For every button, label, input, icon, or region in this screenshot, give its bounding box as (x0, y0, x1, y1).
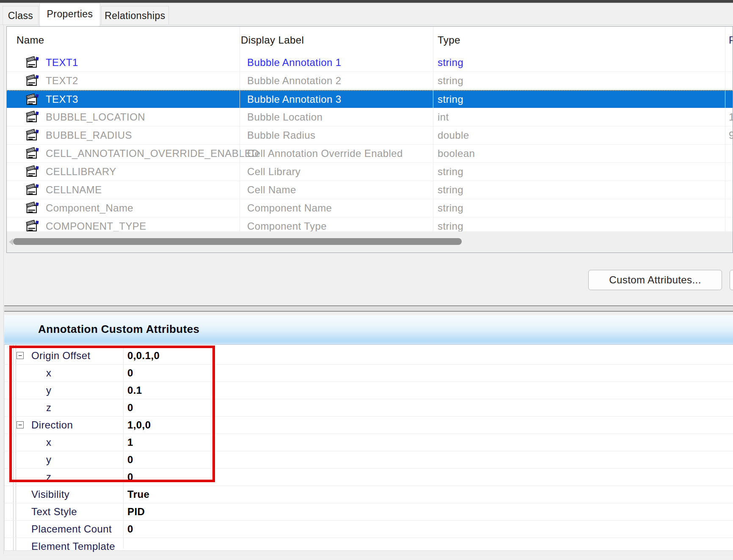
property-value: 0 (127, 399, 133, 416)
property-row[interactable]: y0.1 (5, 382, 733, 399)
property-label: Placement Count (31, 521, 112, 537)
column-divider (240, 27, 240, 231)
cell-display-label: Cell Annotation Override Enabled (247, 145, 403, 162)
property-row[interactable]: y0 (5, 451, 733, 469)
property-grid: Origin Offset0,0.1,0x0y0.1z0Direction1,0… (4, 345, 733, 551)
cell-display-label: Bubble Location (247, 108, 322, 126)
table-row[interactable]: TEXT2Bubble Annotation 2string (7, 72, 733, 90)
cell-type: string (438, 181, 463, 199)
splitter-bar[interactable] (4, 305, 733, 312)
property-value: 0,0.1,0 (127, 347, 160, 364)
property-label: Origin Offset (31, 347, 90, 364)
property-label: y (46, 451, 51, 468)
column-header-partial[interactable]: P (729, 27, 733, 54)
table-row[interactable]: BUBBLE_RADIUSBubble Radiusdouble9 (7, 126, 733, 145)
property-row[interactable]: Origin Offset0,0.1,0 (5, 347, 733, 365)
property-icon (26, 202, 40, 214)
scrollbar-left-arrow-icon[interactable] (9, 239, 13, 245)
table-row[interactable]: TEXT1Bubble Annotation 1string (7, 54, 733, 72)
property-label: Direction (31, 417, 73, 433)
property-value: PID (127, 503, 145, 520)
table-row[interactable]: CELLLIBRARYCell Librarystring (7, 163, 733, 181)
cell-name: CELLLIBRARY (46, 163, 116, 181)
cell-type: int (438, 108, 449, 126)
property-row[interactable]: z0 (5, 399, 733, 417)
property-label: Element Template (31, 538, 115, 555)
property-row[interactable]: VisibilityTrue (5, 486, 733, 503)
table-row[interactable]: Component_NameComponent Namestring (7, 199, 733, 217)
property-value: 1,0,0 (127, 417, 151, 433)
collapse-toggle-icon[interactable] (17, 421, 24, 428)
property-row[interactable]: Text StylePID (5, 503, 733, 521)
property-row[interactable]: z0 (5, 469, 733, 486)
partial-button[interactable] (730, 270, 733, 290)
tab-relationships[interactable]: Relationships (101, 6, 169, 25)
cell-display-label: Bubble Annotation 1 (247, 54, 341, 71)
property-row[interactable]: x1 (5, 434, 733, 451)
property-icon (26, 129, 40, 141)
property-label: Visibility (31, 486, 69, 502)
cell-display-label: Bubble Annotation 2 (247, 72, 341, 90)
property-value: 0 (127, 365, 133, 381)
property-label: y (46, 382, 51, 398)
property-label: Text Style (31, 503, 77, 520)
collapse-toggle-icon[interactable] (17, 352, 24, 359)
cell-display-label: Bubble Radius (247, 126, 315, 144)
property-row[interactable]: Placement Count0 (5, 521, 733, 538)
cell-display-label: Cell Library (247, 163, 300, 181)
property-value: 0 (127, 451, 133, 468)
cell-type: string (438, 163, 463, 181)
property-row[interactable]: Element Template (5, 538, 733, 555)
property-icon (26, 74, 40, 87)
property-icon (26, 56, 40, 69)
cell-type: double (438, 126, 469, 144)
column-divider (433, 27, 433, 231)
property-label: z (46, 469, 51, 485)
column-header-type[interactable]: Type (438, 27, 460, 54)
cell-name: Component_Name (46, 199, 133, 217)
table-footer-strip (7, 231, 733, 253)
table-row[interactable]: BUBBLE_LOCATIONBubble Locationint1 (7, 108, 733, 126)
cell-type: string (438, 91, 463, 108)
horizontal-scrollbar-thumb[interactable] (13, 238, 462, 245)
cell-type: string (438, 199, 463, 217)
property-label: x (46, 365, 51, 381)
tab-bar: Class Properties Relationships (0, 3, 733, 25)
properties-table: Name Display Label Type P TEXT1Bubble An… (6, 26, 733, 253)
property-row[interactable]: Direction1,0,0 (5, 417, 733, 434)
cell-type: boolean (438, 145, 475, 162)
cell-partial-value: 9 (729, 126, 733, 144)
column-divider (725, 27, 725, 231)
tab-properties[interactable]: Properties (39, 3, 100, 26)
properties-panel: Class Properties Relationships Name Disp… (0, 0, 733, 560)
cell-name: TEXT3 (46, 91, 78, 108)
property-value: 0 (127, 469, 133, 485)
cell-display-label: Component Name (247, 199, 332, 217)
property-icon (26, 220, 40, 232)
cell-name: TEXT2 (46, 72, 78, 90)
tab-class[interactable]: Class (3, 6, 39, 25)
table-header: Name Display Label Type P (7, 27, 733, 54)
cell-display-label: Bubble Annotation 3 (247, 91, 341, 108)
section-header: Annotation Custom Attributes (4, 315, 733, 345)
custom-attributes-button[interactable]: Custom Attributes... (588, 270, 722, 290)
section-title: Annotation Custom Attributes (38, 315, 199, 343)
cell-type: string (438, 54, 463, 71)
table-row[interactable]: CELLNAMECell Namestring (7, 181, 733, 199)
table-row[interactable]: TEXT3Bubble Annotation 3string (7, 90, 733, 108)
property-label: z (46, 399, 51, 416)
property-icon (26, 184, 40, 196)
property-icon (26, 93, 40, 106)
property-grid-rows: Origin Offset0,0.1,0x0y0.1z0Direction1,0… (5, 347, 733, 555)
cell-name: TEXT1 (46, 54, 78, 71)
table-row[interactable]: CELL_ANNOTATION_OVERRIDE_ENABLEDCell Ann… (7, 145, 733, 163)
window-top-edge (0, 0, 733, 3)
column-header-name[interactable]: Name (17, 27, 44, 54)
cell-name: BUBBLE_LOCATION (46, 108, 145, 126)
column-header-display-label[interactable]: Display Label (241, 27, 304, 54)
cell-name: CELL_ANNOTATION_OVERRIDE_ENABLED (46, 145, 259, 162)
property-row[interactable]: x0 (5, 365, 733, 382)
cell-partial-value: 1 (729, 108, 733, 126)
property-icon (26, 147, 40, 159)
property-value: 0 (127, 521, 133, 537)
